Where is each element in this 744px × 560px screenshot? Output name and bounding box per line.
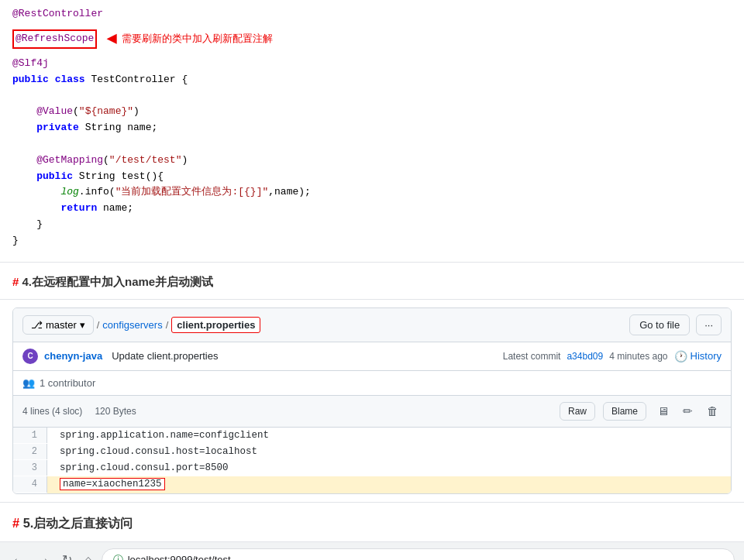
section4-title: # 4.在远程配置中加入name并启动测试 bbox=[12, 275, 732, 290]
code-section: @RestController @RefreshScope ◀ 需要刷新的类中加… bbox=[0, 0, 744, 263]
path-separator: / bbox=[166, 319, 169, 331]
file-meta-left: 4 lines (4 sloc) 120 Bytes bbox=[22, 406, 136, 417]
line-number: 4 bbox=[13, 476, 47, 492]
line-code: name=xiaochen1235 bbox=[47, 476, 731, 493]
author-name[interactable]: chenyn-java bbox=[44, 350, 102, 362]
code-text: ( bbox=[103, 153, 109, 169]
commit-hash-label: Latest commit bbox=[503, 351, 561, 362]
file-meta-actions: Raw Blame 🖥 ✏ 🗑 bbox=[560, 402, 722, 421]
commit-info-bar: C chenyn-java Update client.properties L… bbox=[13, 342, 731, 371]
code-text: ,name); bbox=[268, 184, 311, 201]
code-text: "${name}" bbox=[79, 104, 133, 120]
contributors-text: 1 contributor bbox=[40, 377, 95, 389]
line-number: 1 bbox=[13, 428, 47, 443]
commit-right: Latest commit a34bd09 4 minutes ago 🕐 Hi… bbox=[503, 350, 722, 362]
chevron-down-icon: ▾ bbox=[80, 319, 85, 331]
table-row: 1 spring.application.name=configclient bbox=[13, 428, 731, 444]
code-line: @RestController bbox=[12, 6, 732, 22]
code-text: @Slf4j bbox=[12, 56, 49, 72]
code-text: return bbox=[60, 201, 97, 217]
code-text: String test(){ bbox=[73, 169, 164, 185]
code-line: private String name; bbox=[12, 120, 732, 136]
reload-button[interactable]: ↻ bbox=[59, 551, 75, 560]
code-text: ) bbox=[181, 153, 188, 169]
code-line: return name; bbox=[12, 201, 732, 217]
folder-link[interactable]: configservers bbox=[102, 319, 162, 331]
file-path-actions: Go to file ··· bbox=[629, 314, 722, 335]
code-text: log bbox=[60, 184, 78, 201]
history-icon: 🕐 bbox=[674, 350, 687, 362]
table-row: 2 spring.cloud.consul.host=localhost bbox=[13, 444, 731, 460]
annotation-arrow: ◀ 需要刷新的类中加入刷新配置注解 bbox=[106, 26, 272, 53]
github-file-viewer: ⎇ master ▾ / configservers / client.prop… bbox=[12, 307, 732, 494]
annotation-text: 需要刷新的类中加入刷新配置注解 bbox=[122, 31, 273, 47]
forward-button[interactable]: → bbox=[34, 551, 53, 560]
line-number: 3 bbox=[13, 460, 47, 476]
code-text: @RefreshScope bbox=[16, 33, 94, 44]
delete-icon[interactable]: 🗑 bbox=[704, 403, 722, 419]
history-label: History bbox=[691, 350, 722, 362]
code-line: public String test(){ bbox=[12, 169, 732, 185]
goto-file-button[interactable]: Go to file bbox=[629, 314, 690, 335]
code-text: public bbox=[12, 72, 49, 88]
code-line bbox=[12, 136, 732, 153]
code-line: log .info( "当前加载配置文件信息为:[{}]" ,name); bbox=[12, 184, 732, 201]
line-code: spring.cloud.consul.host=localhost bbox=[47, 444, 731, 460]
line-code: spring.application.name=configclient bbox=[47, 428, 731, 444]
section5-heading: # 5.启动之后直接访问 bbox=[0, 503, 744, 542]
code-line: } bbox=[12, 217, 732, 233]
edit-icon[interactable]: ✏ bbox=[680, 403, 696, 420]
back-button[interactable]: ← bbox=[9, 551, 28, 560]
highlighted-value: name=xiaochen1235 bbox=[60, 478, 165, 490]
code-text: "/test/test" bbox=[109, 153, 182, 169]
arrow-icon: ◀ bbox=[106, 26, 116, 53]
contributors-bar: 👥 1 contributor bbox=[13, 371, 731, 396]
section4-heading: # 4.在远程配置中加入name并启动测试 bbox=[0, 263, 744, 300]
line-code: spring.cloud.consul.port=8500 bbox=[47, 460, 731, 476]
more-options-button[interactable]: ··· bbox=[696, 314, 722, 335]
code-line: @Value ( "${name}" ) bbox=[12, 104, 732, 120]
table-row: 3 spring.cloud.consul.port=8500 bbox=[13, 460, 731, 476]
commit-time: 4 minutes ago bbox=[609, 351, 667, 362]
file-path: ⎇ master ▾ / configservers / client.prop… bbox=[22, 315, 260, 335]
contributors-icon: 👥 bbox=[22, 377, 35, 389]
raw-button[interactable]: Raw bbox=[560, 402, 595, 421]
annotation-row: @RefreshScope ◀ 需要刷新的类中加入刷新配置注解 bbox=[12, 26, 732, 53]
browser-bar: ← → ↻ ⌂ ⓘ localhost:9099/test/test bbox=[0, 542, 744, 560]
current-file: client.properties bbox=[171, 317, 260, 333]
url-text: localhost:9099/test/test bbox=[128, 554, 231, 560]
branch-selector[interactable]: ⎇ master ▾ bbox=[22, 315, 94, 335]
code-block: @RestController @RefreshScope ◀ 需要刷新的类中加… bbox=[12, 6, 732, 249]
code-text: @GetMapping bbox=[36, 153, 103, 169]
code-text: name; bbox=[97, 201, 133, 217]
code-text: public bbox=[36, 169, 73, 185]
section5-title: # 5.启动之后直接访问 bbox=[12, 515, 732, 532]
code-line: public class TestController { bbox=[12, 72, 732, 88]
home-button[interactable]: ⌂ bbox=[81, 551, 95, 560]
code-text: @Value bbox=[36, 104, 73, 120]
security-icon: ⓘ bbox=[113, 553, 123, 560]
code-line bbox=[12, 88, 732, 105]
code-text: ( bbox=[73, 104, 79, 120]
code-text: "当前加载配置文件信息为:[{}]" bbox=[115, 184, 269, 201]
code-content: 1 spring.application.name=configclient 2… bbox=[13, 428, 731, 493]
history-button[interactable]: 🕐 History bbox=[674, 350, 722, 362]
code-text: private bbox=[36, 120, 79, 136]
refresh-scope-box: @RefreshScope bbox=[12, 29, 97, 49]
code-line: @Slf4j bbox=[12, 56, 732, 72]
blame-button[interactable]: Blame bbox=[603, 402, 646, 421]
code-text bbox=[49, 72, 55, 88]
code-line: } bbox=[12, 233, 732, 249]
branch-icon: ⎇ bbox=[31, 319, 43, 331]
commit-hash[interactable]: a34bd09 bbox=[567, 351, 603, 362]
code-text: TestController { bbox=[85, 72, 188, 88]
path-separator: / bbox=[97, 319, 100, 331]
table-row: 4 name=xiaochen1235 bbox=[13, 476, 731, 493]
branch-name: master bbox=[46, 319, 77, 331]
desktop-icon[interactable]: 🖥 bbox=[654, 403, 672, 419]
file-meta-bar: 4 lines (4 sloc) 120 Bytes Raw Blame 🖥 ✏… bbox=[13, 396, 731, 428]
url-bar[interactable]: ⓘ localhost:9099/test/test bbox=[102, 548, 735, 560]
code-text: ) bbox=[133, 104, 140, 120]
avatar: C bbox=[22, 349, 38, 364]
code-text: @RestController bbox=[12, 6, 103, 22]
